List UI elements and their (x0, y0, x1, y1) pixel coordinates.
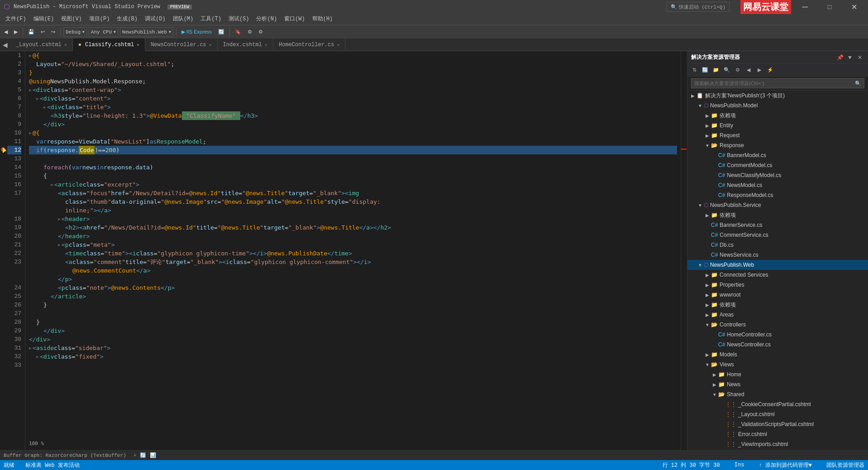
tree-request-folder[interactable]: ▶ 📁 Request (687, 130, 868, 140)
tree-db[interactable]: C# Db.cs (687, 240, 868, 250)
tree-responsemodel[interactable]: C# ResponseModel.cs (687, 190, 868, 200)
tree-layout-cshtml[interactable]: ⋮⋮ _Layout.cshtml (687, 409, 868, 419)
menu-build[interactable]: 生成(B) (113, 14, 141, 25)
team-manager-button[interactable]: 团队资源管理器 (826, 461, 864, 469)
toolbar-save[interactable]: 💾 (26, 27, 37, 37)
tree-controllers[interactable]: ▼ 📂 Controllers (687, 320, 868, 330)
menu-view[interactable]: 视图(V) (57, 14, 86, 25)
maximize-button[interactable]: □ (819, 0, 840, 14)
run-button[interactable]: ▶ IIS Express (179, 27, 214, 37)
toolbar-forward[interactable]: ▶ (12, 27, 20, 37)
tree-viewstart[interactable]: ⋮⋮ _ViewStart.cshtml (687, 449, 868, 450)
toolbar-undo[interactable]: ↩ (38, 27, 47, 37)
tree-properties[interactable]: ▶ 📁 Properties (687, 280, 868, 290)
sol-btn-7[interactable]: ▶ (754, 65, 764, 75)
menu-project[interactable]: 项目(P) (86, 14, 114, 25)
menu-help[interactable]: 帮助(H) (309, 14, 337, 25)
tab-layout-close[interactable]: ✕ (64, 42, 67, 48)
toolbar-more1[interactable]: ⚙ (245, 27, 254, 37)
tab-newscontroller-close[interactable]: ✕ (209, 42, 212, 48)
tree-model-project[interactable]: ▼ ⬡ NewsPublish.Model (687, 101, 868, 110)
tree-commentservice[interactable]: C# CommentService.cs (687, 230, 868, 240)
close-button[interactable]: ✕ (844, 0, 864, 14)
tree-newsmodel[interactable]: C# NewsModel.cs (687, 180, 868, 190)
folder-icon: 📁 (711, 112, 718, 119)
toolbar-back[interactable]: ◀ (2, 27, 10, 37)
solution-search-input[interactable] (692, 80, 852, 87)
tree-service-deps[interactable]: ▶ 📁 依赖项 (687, 210, 868, 220)
cpu-dropdown[interactable]: Any CPU ▼ (89, 27, 118, 37)
tree-home-view[interactable]: ▶ 📁 Home (687, 369, 868, 379)
tree-cookieconsent[interactable]: ⋮⋮ _CookieConsentPartial.cshtml (687, 399, 868, 409)
tree-newscontroller[interactable]: C# NewsController.cs (687, 340, 868, 350)
collapse-panel-btn[interactable]: ◀ (0, 38, 10, 51)
menu-file[interactable]: 文件(F) (2, 14, 30, 25)
tab-classify[interactable]: ● Classify.cshtml ✕ (73, 38, 145, 51)
tree-newsclassifymodel[interactable]: C# NewsClassifyModel.cs (687, 170, 868, 180)
tree-models-folder[interactable]: ▶ 📁 Models (687, 350, 868, 360)
pin-button[interactable]: 📌 (835, 53, 844, 62)
tree-entity-folder[interactable]: ▶ 📁 Entity (687, 120, 868, 130)
tree-validation[interactable]: ⋮⋮ _ValidationScriptsPartial.cshtml (687, 419, 868, 429)
tree-bannermodel[interactable]: C# BannerModel.cs (687, 150, 868, 160)
minimize-button[interactable]: ─ (795, 0, 816, 14)
debug-mode-dropdown[interactable]: Debug ▼ (63, 27, 87, 37)
menu-team[interactable]: 团队(M) (169, 14, 197, 25)
tree-shared-view[interactable]: ▼ 📂 Shared (687, 389, 868, 399)
tree-response-folder[interactable]: ▼ 📂 Response (687, 140, 868, 150)
tab-index-close[interactable]: ✕ (265, 42, 267, 48)
tree-viewimports-label: _ViewImports.cshtml (738, 441, 788, 447)
tree-bannerservice[interactable]: C# BannerService.cs (687, 220, 868, 230)
tree-newsservice[interactable]: C# NewsService.cs (687, 250, 868, 260)
sol-btn-4[interactable]: 🔍 (722, 65, 732, 75)
tree-homecontroller[interactable]: C# HomeController.cs (687, 330, 868, 340)
close-panel-button[interactable]: ✕ (855, 53, 864, 62)
tab-classify-close[interactable]: ✕ (137, 42, 139, 48)
tree-service-project[interactable]: ▼ ⬡ NewsPublish.Service (687, 200, 868, 210)
tree-web-project[interactable]: ▼ ⬡ NewsPublish.Web (687, 260, 868, 270)
project-dropdown[interactable]: NewsPublish.Web ▼ (120, 27, 173, 37)
tree-commentservice-label: CommentService.cs (720, 232, 768, 238)
toolbar-bookmark[interactable]: 🔖 (233, 27, 243, 37)
tree-views[interactable]: ▼ 📂 Views (687, 360, 868, 369)
sol-btn-1[interactable]: ⇅ (689, 65, 699, 75)
tab-homecontroller-close[interactable]: ✕ (337, 42, 339, 48)
tab-homecontroller[interactable]: HomeController.cs ✕ (273, 38, 345, 51)
tree-validation-label: _ValidationScriptsPartial.cshtml (738, 421, 814, 427)
cs-icon-home: C# (718, 331, 725, 338)
sol-btn-3[interactable]: 📁 (711, 65, 721, 75)
tree-error[interactable]: ⋮⋮ Error.cshtml (687, 429, 868, 439)
tab-layout[interactable]: _Layout.cshtml ✕ (10, 38, 73, 51)
arrow-properties: ▶ (704, 283, 711, 288)
sol-btn-6[interactable]: ◀ (744, 65, 754, 75)
tree-viewimports[interactable]: ⋮⋮ _ViewImports.cshtml (687, 439, 868, 449)
cshtml-icon-layout: ⋮⋮ (725, 411, 736, 417)
tab-newscontroller[interactable]: NewsController.cs ✕ (145, 38, 217, 51)
quick-launch-label[interactable]: 快速启动 (Ctrl+Q) (679, 4, 725, 10)
menu-tools[interactable]: 工具(T) (197, 14, 225, 25)
code-editor[interactable]: ▶@{ Layout = "~/Views/Shared/_Layout.csh… (25, 51, 681, 450)
sol-btn-5[interactable]: ⚙ (733, 65, 743, 75)
dropdown-button[interactable]: ▼ (845, 53, 854, 62)
solution-tree[interactable]: ▶ 📋 解决方案'NewsPublish'(3 个项目) ▼ ⬡ NewsPub… (687, 91, 868, 450)
sol-btn-8[interactable]: ⚡ (765, 65, 775, 75)
menu-edit[interactable]: 编辑(E) (30, 14, 58, 25)
toolbar-more2[interactable]: ⚙ (256, 27, 265, 37)
tab-index[interactable]: Index.cshtml ✕ (218, 38, 273, 51)
tree-connected-services[interactable]: ▶ 📁 Connected Services (687, 270, 868, 280)
tree-web-deps[interactable]: ▶ 📁 依赖项 (687, 300, 868, 310)
tree-areas[interactable]: ▶ 📁 Areas (687, 310, 868, 320)
add-to-source-button[interactable]: ↑ 添加到源代码管理▼ (758, 461, 812, 469)
toolbar-refresh[interactable]: 🔄 (216, 27, 227, 37)
tree-root[interactable]: ▶ 📋 解决方案'NewsPublish'(3 个项目) (687, 91, 868, 101)
menu-test[interactable]: 测试(S) (225, 14, 253, 25)
toolbar-redo[interactable]: ↪ (49, 27, 57, 37)
tree-model-deps[interactable]: ▶ 📁 依赖项 (687, 110, 868, 120)
menu-analyze[interactable]: 分析(N) (253, 14, 281, 25)
menu-debug[interactable]: 调试(D) (141, 14, 169, 25)
menu-window[interactable]: 窗口(W) (281, 14, 309, 25)
sol-btn-2[interactable]: 🔄 (700, 65, 710, 75)
tree-news-view[interactable]: ▶ 📁 News (687, 379, 868, 389)
tree-wwwroot[interactable]: ▶ 📁 wwwroot (687, 290, 868, 300)
tree-commentmodel[interactable]: C# CommentModel.cs (687, 160, 868, 170)
